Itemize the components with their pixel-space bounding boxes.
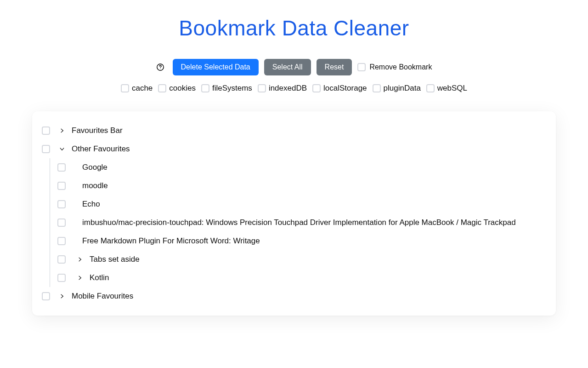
bookmark-checkbox[interactable] (57, 163, 66, 172)
option-cookies-label: cookies (169, 84, 196, 93)
tree-folder-label: Favourites Bar (69, 126, 551, 135)
tree-bookmark-label: moodle (73, 181, 551, 190)
bookmark-checkbox[interactable] (57, 237, 66, 245)
tree-bookmark-writage[interactable]: Free Markdown Plugin For Microsoft Word:… (50, 232, 551, 250)
folder-checkbox[interactable] (57, 255, 66, 264)
tree-bookmark-label: Google (73, 163, 551, 172)
favourites-bar-checkbox[interactable] (42, 126, 50, 135)
select-all-button[interactable]: Select All (264, 59, 311, 75)
option-localstorage-label: localStorage (323, 84, 367, 93)
bookmark-checkbox[interactable] (57, 182, 66, 190)
tree-folder-tabs-set-aside[interactable]: Tabs set aside (50, 250, 551, 269)
data-options-row: cache cookies fileSystems indexedDB loca… (0, 84, 588, 93)
page-title: Bookmark Data Cleaner (0, 0, 588, 43)
other-favourites-children: Google moodle Echo imbushuo/mac-precisio… (50, 158, 551, 287)
option-localstorage-checkbox[interactable] (312, 84, 321, 92)
option-plugindata-label: pluginData (384, 84, 421, 93)
tree-bookmark-google[interactable]: Google (50, 158, 551, 177)
tree-bookmark-label: Free Markdown Plugin For Microsoft Word:… (73, 236, 551, 246)
option-filesystems-checkbox[interactable] (201, 84, 209, 92)
bookmark-checkbox[interactable] (57, 200, 66, 208)
chevron-right-icon[interactable] (73, 256, 87, 263)
chevron-right-icon[interactable] (55, 293, 69, 299)
tree-folder-kotlin[interactable]: Kotlin (50, 269, 551, 287)
option-cache-checkbox[interactable] (121, 84, 129, 92)
chevron-right-icon[interactable] (55, 127, 69, 134)
option-cookies-checkbox[interactable] (158, 84, 166, 92)
tree-folder-label: Other Favourites (69, 144, 551, 154)
tree-bookmark-label: imbushuo/mac-precision-touchpad: Windows… (73, 218, 551, 227)
delete-selected-button[interactable]: Delete Selected Data (173, 59, 259, 75)
option-cache-label: cache (132, 84, 153, 93)
reset-button[interactable]: Reset (317, 59, 352, 75)
tree-folder-label: Tabs set aside (87, 255, 551, 264)
tree-folder-label: Mobile Favourites (69, 292, 551, 301)
tree-bookmark-label: Echo (73, 200, 551, 209)
tree-folder-other-favourites[interactable]: Other Favourites (37, 140, 551, 158)
mobile-favourites-checkbox[interactable] (42, 292, 50, 300)
bookmark-checkbox[interactable] (57, 218, 66, 227)
tree-bookmark-echo[interactable]: Echo (50, 195, 551, 213)
tree-bookmark-moodle[interactable]: moodle (50, 177, 551, 195)
tree-folder-favourites-bar[interactable]: Favourites Bar (37, 121, 551, 140)
option-indexeddb-label: indexedDB (269, 84, 307, 93)
option-indexeddb-checkbox[interactable] (258, 84, 266, 92)
help-icon[interactable] (156, 63, 164, 71)
tree-folder-mobile-favourites[interactable]: Mobile Favourites (37, 287, 551, 305)
option-websql-checkbox[interactable] (426, 84, 435, 92)
svg-point-1 (160, 69, 160, 69)
option-plugindata-checkbox[interactable] (373, 84, 381, 92)
tree-bookmark-imbushuo[interactable]: imbushuo/mac-precision-touchpad: Windows… (50, 213, 551, 232)
folder-checkbox[interactable] (57, 274, 66, 282)
option-filesystems-label: fileSystems (212, 84, 252, 93)
other-favourites-checkbox[interactable] (42, 145, 50, 153)
bookmarks-panel: Favourites Bar Other Favourites Google m… (32, 111, 556, 316)
option-websql-label: webSQL (437, 84, 467, 93)
chevron-down-icon[interactable] (55, 146, 69, 152)
remove-bookmark-label: Remove Bookmark (369, 63, 432, 71)
remove-bookmark-checkbox[interactable] (357, 63, 366, 71)
tree-folder-label: Kotlin (87, 273, 551, 282)
toolbar: Delete Selected Data Select All Reset Re… (0, 59, 588, 75)
chevron-right-icon[interactable] (73, 275, 87, 281)
